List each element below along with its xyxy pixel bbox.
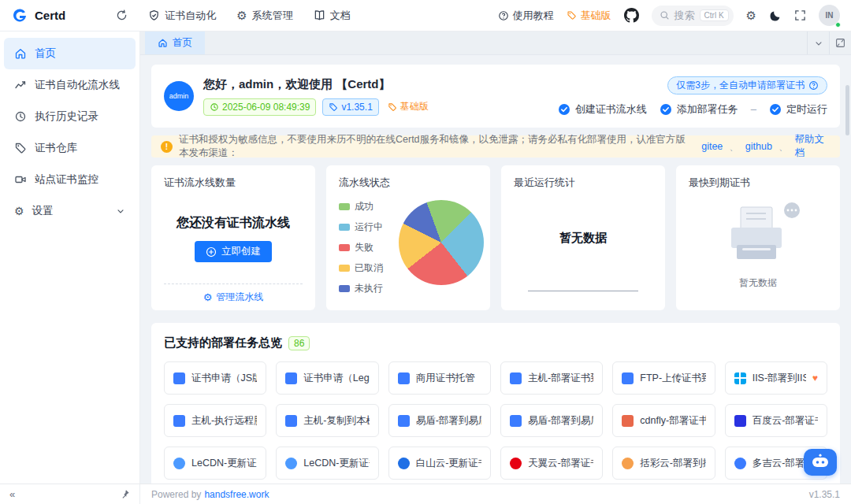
card-title: 流水线状态 <box>339 176 478 190</box>
pipeline-icon <box>14 79 27 91</box>
empty-printer-illustration <box>711 199 805 272</box>
task-card[interactable]: 主机-部署证书到 <box>500 361 603 395</box>
history-clock-icon <box>14 110 27 123</box>
chat-robot-icon <box>810 454 831 471</box>
notice-text: 证书和授权为敏感信息，不要使用来历不明的在线Certd服务和镜像，以免泄露；请务… <box>179 133 695 160</box>
legend-item-failed[interactable]: 失败 <box>339 241 383 254</box>
search-placeholder: 搜索 <box>674 9 695 23</box>
task-card[interactable]: 主机-执行远程脚 <box>164 404 266 437</box>
manage-pipelines-link[interactable]: ⚙ 管理流水线 <box>164 284 303 310</box>
tab-home[interactable]: 首页 <box>145 32 205 54</box>
legend-item-running[interactable]: 运行中 <box>339 220 383 234</box>
card-title: 最近运行统计 <box>514 176 652 190</box>
task-card[interactable]: 易盾-部署到易盾 <box>388 404 491 437</box>
recent-empty-text: 暂无数据 <box>514 231 652 246</box>
task-card[interactable]: 证书申请（Lego <box>276 361 378 395</box>
search-input[interactable]: 搜索 Ctrl K <box>652 6 734 26</box>
tab-dropdown-button[interactable] <box>807 32 829 54</box>
sidebar-item-home[interactable]: 首页 <box>4 38 136 69</box>
scrollbar-thumb[interactable] <box>845 85 849 135</box>
task-card[interactable]: 白山云-更新证书 <box>388 447 491 480</box>
gear-icon: ⚙ <box>203 292 213 302</box>
task-card[interactable]: FTP-上传证书到 <box>612 361 715 395</box>
create-now-button[interactable]: 立即创建 <box>195 241 272 262</box>
search-shortcut: Ctrl K <box>700 9 729 21</box>
clock-icon <box>210 102 219 112</box>
axis-line <box>528 291 638 291</box>
collapse-sidebar-icon[interactable]: « <box>9 488 15 500</box>
handsfree-link[interactable]: handsfree.work <box>204 489 269 500</box>
help-docs-link[interactable]: 帮助文档 <box>794 133 831 160</box>
github-icon[interactable] <box>624 8 639 23</box>
settings-gear-icon[interactable]: ⚙ <box>746 9 756 21</box>
task-card[interactable]: 天翼云-部署证书 <box>500 447 603 480</box>
task-card[interactable]: LeCDN-更新证书 <box>276 447 378 480</box>
sidebar-item-history[interactable]: 执行历史记录 <box>4 101 136 132</box>
ftp-icon <box>622 372 634 384</box>
steps-pill[interactable]: 仅需3步，全自动申请部署证书 <box>667 76 827 94</box>
briefcase-icon <box>398 372 410 384</box>
sidebar-footer: « <box>0 484 140 504</box>
step-create-pipeline: 创建证书流水线 <box>558 102 647 117</box>
nav-system-manage[interactable]: ⚙ 系统管理 <box>236 9 292 23</box>
task-card[interactable]: 括彩云-部署到括 <box>612 447 715 480</box>
chevron-down-icon <box>814 39 823 48</box>
logo[interactable]: Certd <box>11 7 65 24</box>
welcome-card: admin 您好，admin，欢迎使用 【Certd】 2025-06-09 0… <box>151 65 840 128</box>
legend-item-success[interactable]: 成功 <box>339 200 383 213</box>
step-separator: – <box>751 103 756 115</box>
datetime-badge: 2025-06-09 08:49:39 <box>203 98 316 116</box>
online-status-dot <box>835 22 841 28</box>
legend-swatch <box>339 265 350 272</box>
task-card[interactable]: 百度云-部署证书 <box>725 404 827 437</box>
refresh-icon[interactable] <box>116 9 128 21</box>
task-card[interactable]: 主机-复制到本机 <box>276 404 378 437</box>
gear-icon: ⚙ <box>14 206 24 217</box>
nav-cert-automation[interactable]: 证书自动化 <box>148 9 216 23</box>
legend-item-not-run[interactable]: 未执行 <box>339 282 383 295</box>
task-card[interactable]: LeCDN-更新证书 <box>164 447 266 480</box>
admin-avatar-text: admin <box>169 92 189 100</box>
user-avatar[interactable]: IN <box>819 5 840 26</box>
cert-tag-icon <box>14 142 27 154</box>
task-card[interactable]: 商用证书托管 <box>388 361 491 395</box>
nav-label: 文档 <box>330 9 351 23</box>
tab-label: 首页 <box>173 36 192 50</box>
tasks-title: 已支持的部署任务总览 <box>164 335 282 350</box>
main-content: 首页 admin 您好，admin，欢迎使用 【Certd】 <box>140 32 851 484</box>
card-title: 最快到期证书 <box>689 176 827 190</box>
greeting-text: 您好，admin，欢迎使用 【Certd】 <box>203 77 431 92</box>
chat-assistant-button[interactable] <box>804 449 837 476</box>
tutorial-link[interactable]: 使用教程 <box>498 9 554 23</box>
edition-badge[interactable]: 基础版 <box>567 9 611 23</box>
stats-row: 证书流水线数量 您还没有证书流水线 立即创建 ⚙ 管理流水线 流水线状态 成功 <box>151 165 840 310</box>
supported-tasks-panel: 已支持的部署任务总览 86 证书申请（JS版） 证书申请（Lego 商用证书托管… <box>151 323 840 484</box>
sidebar-item-site-monitor[interactable]: 站点证书监控 <box>4 164 136 195</box>
layout-expand-button[interactable] <box>829 32 851 54</box>
tasks-count-badge: 86 <box>288 336 310 350</box>
sidebar-item-settings[interactable]: ⚙ 设置 <box>4 195 136 227</box>
question-circle-icon <box>808 80 819 91</box>
sidebar-item-pipelines[interactable]: 证书自动化流水线 <box>4 69 136 101</box>
legend-item-canceled[interactable]: 已取消 <box>339 261 383 275</box>
app-title: Certd <box>35 9 65 22</box>
security-notice-banner: ! 证书和授权为敏感信息，不要使用来历不明的在线Certd服务和镜像，以免泄露；… <box>151 135 840 158</box>
sidebar-item-cert-repo[interactable]: 证书仓库 <box>4 132 136 164</box>
fullscreen-icon[interactable] <box>794 9 806 21</box>
certd-logo-icon <box>11 7 28 24</box>
task-card[interactable]: cdnfly-部署证书 <box>612 404 715 437</box>
task-card[interactable]: 易盾-部署到易盾 <box>500 404 603 437</box>
tag-icon <box>567 10 577 20</box>
pin-icon[interactable] <box>120 489 130 499</box>
dark-mode-moon-icon[interactable] <box>769 9 782 22</box>
nav-docs[interactable]: 文档 <box>314 9 351 23</box>
task-card[interactable]: 证书申请（JS版） <box>164 361 266 395</box>
task-card[interactable]: IIS-部署到IIS♥ <box>725 361 827 395</box>
step-add-deploy-task: 添加部署任务 <box>660 102 738 117</box>
onboarding-steps: 创建证书流水线 添加部署任务 – 定时运行 <box>558 102 827 117</box>
gitee-link[interactable]: gitee <box>701 141 723 152</box>
pipeline-count-card: 证书流水线数量 您还没有证书流水线 立即创建 ⚙ 管理流水线 <box>151 165 315 310</box>
dogecloud-icon <box>734 458 746 469</box>
github-link[interactable]: github <box>745 141 772 152</box>
expand-layout-icon <box>835 38 845 48</box>
